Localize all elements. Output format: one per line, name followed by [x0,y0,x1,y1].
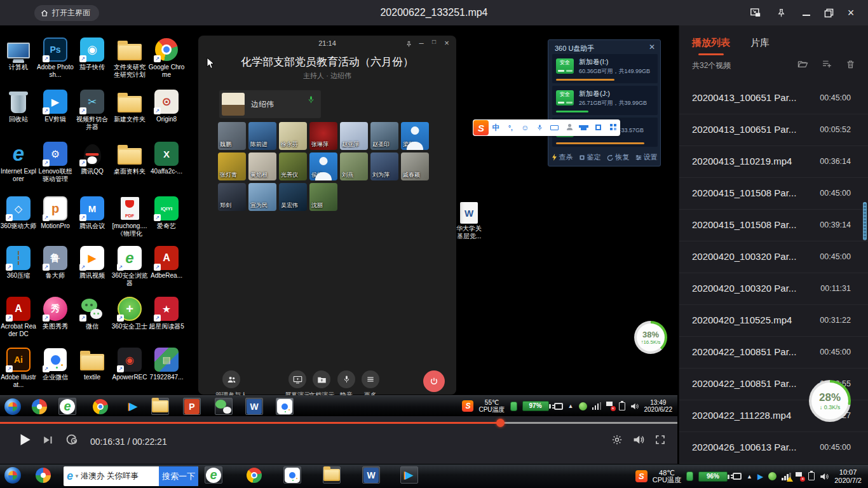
open-main-ui-button[interactable]: 打开主界面 [34,5,99,21]
playlist-item-name: 20200415_101508 Par... [692,219,811,230]
ab-repeat-button[interactable] [65,433,78,447]
participant-name: 梁凯 [403,140,414,149]
desktop-icon-360-driver-icon: ◇↗360驱动大师 [0,196,37,230]
participant-name: 戚春颖 [403,171,420,179]
volume-button[interactable] [633,434,645,445]
restore-icon[interactable] [822,6,836,20]
open-file-icon[interactable] [797,59,808,69]
sogou-keyboard-icon [547,123,562,132]
360-safety-icon[interactable] [34,466,52,484]
usb-usage-bar [556,79,614,81]
clipboard-tray-icon[interactable] [808,472,815,480]
seek-handle[interactable] [496,419,505,427]
tab-playlist[interactable]: 播放列表 [692,37,730,49]
close-icon[interactable]: × [844,6,858,20]
sogou-emoji-icon: ☺ [518,123,532,132]
battery-indicator[interactable]: 96% [698,471,728,482]
add-to-playlist-icon[interactable] [822,59,832,69]
powerpoint-icon: P [183,398,201,415]
playlist-item-duration: 00:05:52 [820,125,851,134]
desktop-icon-photoshop-icon: Ps↗Adobe Photosh... [37,37,74,79]
battery-plant-icon[interactable] [686,471,693,481]
action-center-flag-icon[interactable] [796,472,803,481]
tencent-video-icon[interactable]: ▶ [400,466,418,484]
word-icon: W [245,398,263,415]
start-orb[interactable] [4,466,22,484]
speed-ball-38: 38% ↑16.5K/s [634,321,667,354]
power-plug-icon[interactable] [733,473,742,480]
word-doc-desktop-icon: W 华大学关基层党... [452,202,485,240]
volume-tray-icon[interactable] [820,472,829,481]
play-button[interactable] [17,431,33,448]
tencent-video-tray-icon[interactable]: ▶ [757,472,763,481]
playlist-item[interactable]: 20200415_101508 Par...00:39:14 [679,210,868,241]
playlist-item[interactable]: 20200415_101508 Par...00:45:00 [679,178,868,210]
apowerrec-icon: ◉↗ [116,347,144,372]
fullscreen-button[interactable] [654,434,666,445]
tab-library[interactable]: 片库 [750,37,770,49]
usb-action-2: 恢复 [607,152,630,162]
adobe-reader-icon: A↗ [153,245,180,271]
usb-drive-card: 安全新加卷(J:)26.71GB可用，共39.99GB [552,86,658,115]
mini-mode-icon[interactable] [749,6,763,20]
video-surface[interactable]: 计算机Ps↗Adobe Photosh...◉↗茄子快传文件夹研究生研究计划↗G… [0,25,677,416]
word-icon[interactable]: W [362,466,380,484]
minimize-icon[interactable] [799,6,813,20]
playlist-item[interactable]: 20200426_100613 Par...00:45:00 [679,432,868,464]
seek-bar[interactable] [0,422,677,424]
wecom-icon[interactable] [283,466,301,484]
photoshop-icon: Ps↗ [41,37,69,62]
participant-name: 侯煜 [311,171,323,179]
desktop-icon-ludashi-icon: 鲁↗鲁大师 [37,245,74,280]
player-control-bar: 00:16:31 / 00:22:21 [0,416,677,464]
playlist-item-name: 20200420_100320 Par... [692,283,811,294]
playlist-item[interactable]: 20200420_100320 Par...00:45:00 [679,241,868,273]
word-file-icon: W [460,202,478,224]
volume-tray-icon [630,402,639,410]
playlist-item-duration: 00:39:14 [820,220,851,229]
clear-playlist-trash-icon[interactable] [846,59,855,69]
system-clock[interactable]: 10:072020/7/2 [834,468,862,485]
playlist-item-duration: 00:45:00 [820,252,851,261]
next-button[interactable] [42,434,54,446]
chrome-icon[interactable] [245,466,263,484]
battery-indicator: 97% [522,401,549,411]
usb-drive-icon: 安全 [556,58,574,74]
system-taskbar: eW▶ e ▼ 港澳办 关你咩事 搜索一下 S 48℃CPU温度 96% ▲ ▶… [0,464,868,488]
pdf-file-icon: PDF [116,196,144,221]
360-safe-icon: +↗ [116,296,144,322]
sogou-tray-icon[interactable]: S [635,470,648,482]
desktop-icon-acrobat-reader-icon: A↗Acrobat Reader DC [0,296,37,338]
wecom-icon [276,398,294,415]
recorded-cursor [207,57,215,69]
winrar-archive-icon: ▤ [153,347,180,372]
sogou-punct-icon: °, [503,125,518,132]
tray-expand-icon[interactable]: ▲ [747,473,752,480]
360-browser-icon[interactable]: e [205,466,222,484]
participant-name: 刘为萍 [372,171,390,179]
playlist-item[interactable]: 20200422_100851 Par...00:45:00 [679,337,868,369]
search-go-button[interactable]: 搜索一下 [159,466,198,486]
playlist-item[interactable]: 20200413_100651 Par...00:45:00 [679,83,868,114]
explorer-icon[interactable] [323,466,341,484]
playlist-item[interactable]: 20200413_110219.mp400:36:14 [679,146,868,178]
playlist-scrollbar[interactable] [863,202,867,240]
ludashi-icon: 鲁↗ [41,245,69,271]
meeting-minimize-icon: – [416,38,427,48]
settings-gear-icon[interactable] [611,434,623,445]
usb-drive-name: 新加卷(I:) [579,57,608,67]
playlist-item[interactable]: 20200420_100320 Par...00:11:31 [679,273,868,305]
desktop-icon-adobe-reader-icon: A↗AdbeRea... [148,245,185,280]
speed-ball-28[interactable]: 28% ↓ 0.3K/s [809,380,851,422]
ie-icon: e [67,470,73,483]
desktop-icon-tencent-meeting-icon: M↗腾讯会议 [74,196,111,230]
network-signal-icon[interactable] [782,473,790,480]
pin-icon[interactable] [774,6,788,20]
participant-name: 沈丽 [311,201,323,210]
playlist-item[interactable]: 20200420_110525.mp400:31:22 [679,305,868,337]
taskbar-search-box[interactable]: e ▼ 港澳办 关你咩事 搜索一下 [64,466,198,486]
playlist-item[interactable]: 20200413_100651 Par...00:05:52 [679,114,868,146]
360-tray-icon[interactable] [768,472,776,480]
search-query-text[interactable]: 港澳办 关你咩事 [81,471,159,482]
search-dropdown-icon[interactable]: ▼ [74,473,79,479]
